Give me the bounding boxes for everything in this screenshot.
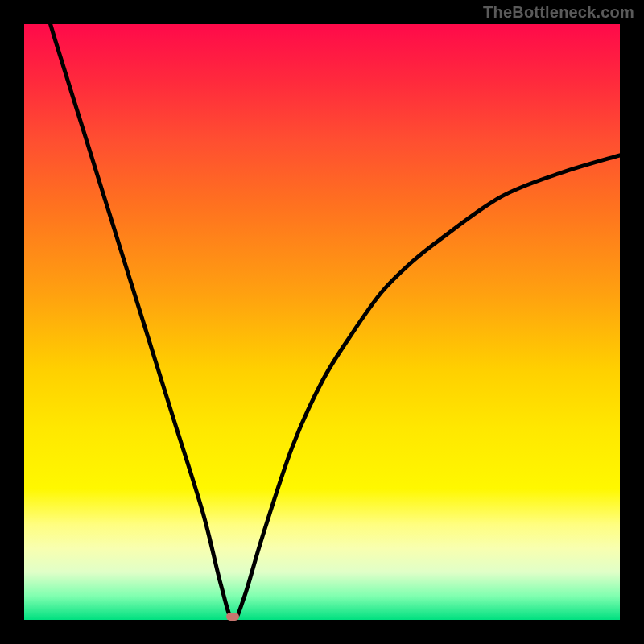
- bottleneck-curve: [24, 0, 620, 620]
- plot-area: [24, 24, 620, 620]
- optimum-marker: [226, 613, 239, 621]
- curve-svg: [24, 24, 620, 620]
- watermark-text: TheBottleneck.com: [483, 3, 634, 22]
- chart-container: TheBottleneck.com: [0, 0, 644, 644]
